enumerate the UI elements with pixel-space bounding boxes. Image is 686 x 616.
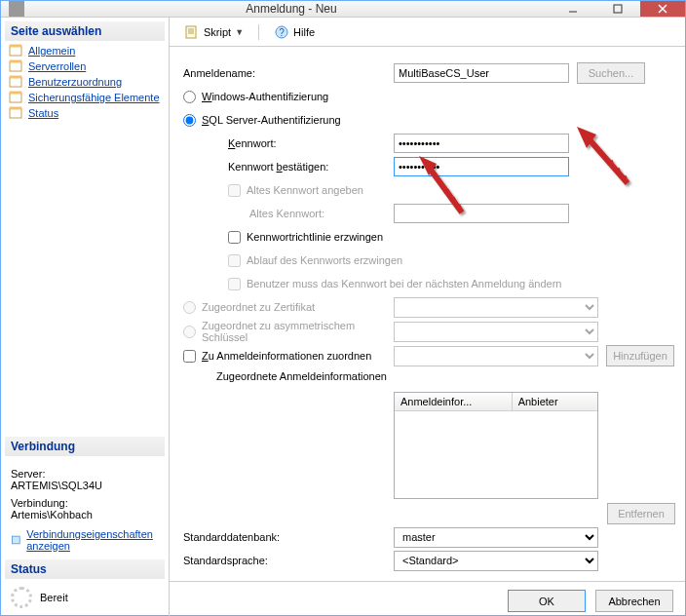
windows-auth-radio[interactable]: WWindows-Authentifizierungindows-Authent…	[181, 91, 394, 103]
dialog-window: Anmeldung - Neu Seite auswählen Allgemei…	[0, 0, 686, 616]
ok-button[interactable]: OK	[508, 590, 586, 612]
login-name-label: Anmeldename:	[181, 67, 394, 79]
status-header: Status	[5, 559, 165, 579]
col-credential: Anmeldeinfor...	[395, 393, 513, 410]
enforce-expiration-check: Ablauf des Kennworts erzwingen	[181, 254, 402, 267]
col-provider: Anbieter	[513, 393, 597, 410]
svg-text:?: ?	[279, 27, 285, 38]
help-icon: ?	[274, 24, 289, 40]
server-label: Server:	[11, 468, 159, 480]
map-key-radio: Zugeordnet zu asymmetrischem Schlüssel	[181, 320, 394, 343]
remove-cred-button[interactable]: Entfernen	[607, 503, 675, 524]
status-spinner-icon	[11, 587, 32, 608]
page-icon	[9, 91, 24, 104]
default-lang-select[interactable]: <Standard>	[394, 551, 598, 571]
confirm-password-label: Kennwort bestätigen:	[181, 161, 394, 173]
confirm-password-input[interactable]	[394, 157, 569, 176]
main-panel: Skript ▼ ? Hilfe Anmeldename: Suchen...	[170, 18, 685, 616]
close-button[interactable]	[640, 1, 685, 17]
app-icon	[9, 1, 24, 17]
mapped-creds-label: Zugeordnete Anmeldeinformationen	[181, 368, 394, 382]
connection-header: Verbindung	[5, 437, 165, 456]
cert-select	[394, 297, 598, 318]
sidebar-item-serverroles[interactable]: Serverrollen	[5, 58, 165, 74]
add-cred-button[interactable]: Hinzufügen	[606, 345, 674, 366]
server-value: ARTEMIS\SQL34U	[11, 480, 159, 491]
must-change-check: Benutzer muss das Kennwort bei der nächs…	[181, 278, 561, 290]
key-select	[394, 322, 598, 342]
password-label: Kennwort:	[181, 137, 394, 149]
title-bar: Anmeldung - Neu	[1, 1, 685, 18]
toolbar-separator	[258, 24, 259, 40]
default-db-label: Standarddatenbank:	[181, 531, 394, 543]
status-text: Bereit	[40, 592, 68, 603]
sidebar-item-general[interactable]: Allgemein	[5, 43, 165, 58]
page-select-header: Seite auswählen	[5, 21, 165, 41]
old-password-input	[394, 204, 569, 223]
help-button[interactable]: ? Hilfe	[267, 21, 322, 43]
enforce-policy-check[interactable]: Kennwortrichtlinie erzwingen	[181, 231, 383, 244]
search-button[interactable]: Suchen...	[577, 62, 645, 84]
map-cred-check[interactable]: Zu Anmeldeinformationen zuordnen	[181, 350, 394, 363]
sidebar-item-status[interactable]: Status	[5, 105, 165, 121]
cancel-button[interactable]: Abbrechen	[595, 590, 673, 612]
sql-auth-radio[interactable]: SQL Server-Authentifizierung	[181, 114, 394, 127]
conn-label: Verbindung:	[11, 497, 159, 509]
svg-rect-1	[614, 5, 622, 13]
sidebar-item-usermapping[interactable]: Benutzerzuordnung	[5, 74, 165, 90]
script-icon	[184, 24, 200, 40]
properties-icon	[11, 533, 22, 547]
chevron-down-icon: ▼	[235, 27, 244, 37]
page-icon	[9, 59, 24, 73]
page-icon	[9, 44, 24, 58]
sidebar-item-securables[interactable]: Sicherungsfähige Elemente	[5, 90, 165, 105]
default-lang-label: Standardsprache:	[181, 555, 394, 566]
old-password-label: Altes Kennwort:	[181, 208, 394, 219]
connection-properties-link[interactable]: Verbindungseigenschaften anzeigen	[26, 528, 159, 552]
password-input[interactable]	[394, 134, 569, 153]
conn-value: Artemis\Kohbach	[11, 509, 159, 520]
script-button[interactable]: Skript ▼	[177, 21, 250, 43]
window-title: Anmeldung - Neu	[32, 2, 551, 16]
maximize-button[interactable]	[595, 1, 640, 17]
dialog-buttons: OK Abbrechen	[170, 581, 685, 616]
cred-select	[394, 346, 598, 366]
sidebar: Seite auswählen Allgemein Serverrollen B…	[1, 18, 170, 616]
page-icon	[9, 106, 24, 120]
svg-rect-10	[186, 26, 196, 38]
login-name-input[interactable]	[394, 63, 569, 83]
map-cert-radio: Zugeordnet zu Zertifikat	[181, 301, 394, 314]
svg-rect-9	[13, 536, 20, 544]
minimize-button[interactable]	[551, 1, 595, 17]
page-icon	[9, 75, 24, 89]
old-password-check: Altes Kennwort angeben	[181, 184, 394, 197]
default-db-select[interactable]: master	[394, 527, 598, 548]
credentials-table: Anmeldeinfor... Anbieter	[394, 392, 598, 499]
toolbar: Skript ▼ ? Hilfe	[170, 18, 685, 47]
